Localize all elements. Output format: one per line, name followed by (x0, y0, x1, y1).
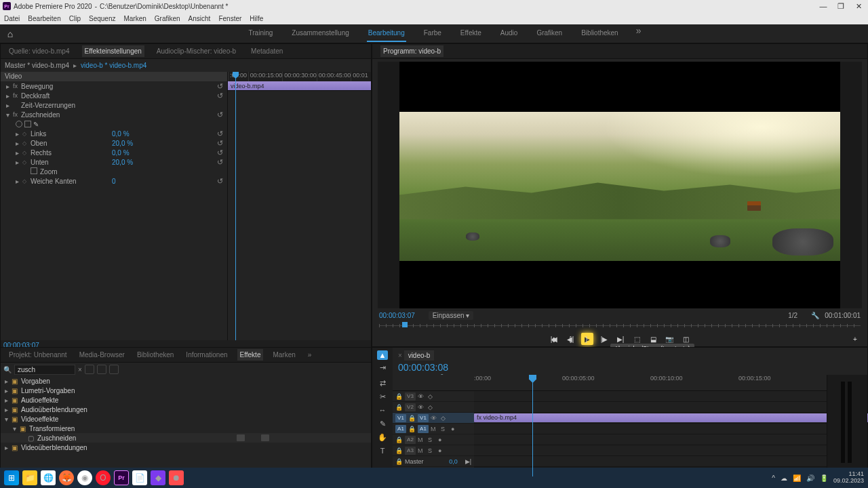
track-target[interactable]: A3 (405, 447, 416, 455)
lock-icon[interactable]: 🔒 (408, 415, 416, 422)
menu-fenster[interactable]: Fenster (218, 15, 241, 22)
menu-clip[interactable]: Clip (69, 15, 81, 22)
lock-icon[interactable]: 🔒 (395, 458, 403, 465)
tab-markers[interactable]: Marken (270, 349, 298, 361)
tab-source[interactable]: Quelle: video-b.mp4 (6, 45, 73, 57)
toggle-output-icon[interactable]: 👁 (418, 404, 426, 411)
value-weiche[interactable]: 0 (112, 178, 116, 185)
twirl-icon[interactable]: ▸ (5, 406, 12, 413)
solo-icon[interactable]: S (428, 436, 436, 443)
clip-link[interactable]: video-b * video-b.mp4 (81, 62, 146, 69)
keyframe-toggle-icon[interactable]: ◇ (22, 150, 31, 156)
fx-icon[interactable]: fx (13, 111, 21, 118)
menu-bearbeiten[interactable]: Bearbeiten (28, 15, 60, 22)
tray-battery-icon[interactable]: 🔋 (820, 474, 828, 482)
tree-item[interactable]: Lumetri-Vorgaben (21, 387, 75, 394)
sequence-tab[interactable]: video-b (404, 350, 435, 361)
extract-icon[interactable]: ⬓ (648, 333, 658, 344)
maximize-button[interactable]: ❐ (837, 2, 845, 11)
tab-effect-controls[interactable]: Effekteinstellungen (82, 45, 144, 57)
tab-info[interactable]: Informationen (183, 349, 230, 361)
go-to-end-icon[interactable]: ▶| (465, 458, 471, 465)
lock-icon[interactable]: 🔒 (395, 404, 403, 411)
effect-bewegung[interactable]: Bewegung (21, 83, 102, 90)
timeline-ruler[interactable]: :00:00 00:00:05:00 00:00:10:00 00:00:15:… (474, 375, 827, 384)
timeline-clip[interactable]: fx video-b.mp4 (474, 413, 868, 422)
close-button[interactable]: ✕ (854, 2, 863, 11)
keyframe-toggle-icon[interactable]: ◇ (22, 131, 31, 137)
value-oben[interactable]: 20,0 % (112, 140, 133, 147)
tray-onedrive-icon[interactable]: ☁ (781, 474, 787, 482)
home-icon[interactable]: ⌂ (0, 24, 20, 43)
fx-icon[interactable]: fx (13, 92, 21, 99)
keyframe-toggle-icon[interactable]: ◇ (22, 140, 31, 146)
minimize-button[interactable]: — (819, 2, 827, 11)
keyframe-toggle-icon[interactable]: ◇ (22, 178, 31, 184)
tab-libraries[interactable]: Bibliotheken (134, 349, 176, 361)
notepad-icon[interactable]: 📄 (132, 470, 147, 485)
twirl-icon[interactable]: ▸ (6, 92, 13, 100)
mark-in-icon[interactable]: { (565, 333, 576, 344)
mark-out-icon[interactable]: } (581, 333, 592, 344)
tab-audio-mixer[interactable]: Audioclip-Mischer: video-b (154, 45, 239, 57)
opera-icon[interactable]: O (96, 470, 111, 485)
tree-item[interactable]: Videoeffekte (21, 415, 58, 423)
tab-metadata[interactable]: Metadaten (248, 45, 285, 57)
track-target[interactable]: A2 (405, 436, 416, 444)
reset-icon[interactable]: ↺ (217, 148, 223, 157)
tree-item-zuschneiden[interactable]: Zuschneiden (37, 434, 76, 442)
reset-icon[interactable]: ↺ (217, 129, 223, 138)
ripple-tool-icon[interactable]: ⇄ (377, 378, 388, 388)
tab-overflow-icon[interactable]: » (305, 349, 315, 361)
recorder-icon[interactable]: ⏺ (169, 470, 184, 485)
tree-item[interactable]: Transformieren (29, 425, 75, 432)
menu-hilfe[interactable]: Hilfe (250, 15, 263, 22)
playback-resolution[interactable]: 1/2 (788, 312, 797, 319)
settings-icon[interactable]: 🔧 (811, 312, 819, 319)
razor-tool-icon[interactable]: ✂ (377, 391, 388, 402)
track-a2[interactable] (474, 434, 827, 445)
tray-chevron-icon[interactable]: ^ (772, 474, 775, 482)
mute-icon[interactable]: M (418, 447, 426, 454)
track-a1[interactable] (474, 424, 827, 434)
chrome-icon[interactable]: ◉ (77, 470, 92, 485)
edge-icon[interactable]: 🌐 (41, 470, 56, 485)
master-level[interactable]: 0,0 (449, 458, 458, 465)
twirl-icon[interactable]: ▸ (5, 444, 12, 451)
clear-search-icon[interactable]: × (78, 366, 82, 373)
track-v3[interactable] (474, 391, 827, 402)
reset-icon[interactable]: ↺ (217, 177, 223, 186)
track-target[interactable]: V2 (405, 403, 416, 411)
effect-zeit[interactable]: Zeit-Verzerrungen (21, 102, 102, 109)
rect-mask-icon[interactable] (24, 121, 31, 127)
solo-icon[interactable]: S (428, 447, 436, 454)
twirl-icon[interactable]: ▸ (16, 178, 22, 185)
firefox-icon[interactable]: 🦊 (59, 470, 74, 485)
sync-lock-icon[interactable]: ◇ (428, 404, 433, 411)
tab-program[interactable]: Programm: video-b (380, 45, 443, 57)
add-marker-icon[interactable]: ◆ (549, 333, 559, 344)
value-unten[interactable]: 20,0 % (112, 159, 133, 166)
track-master[interactable] (474, 456, 827, 467)
tree-item[interactable]: Audioüberblendungen (21, 406, 87, 413)
yuv-badge-icon[interactable] (109, 365, 119, 374)
track-target[interactable]: V3 (405, 392, 416, 401)
twirl-icon[interactable]: ▸ (6, 102, 13, 109)
value-rechts[interactable]: 0,0 % (112, 149, 130, 157)
pen-mask-icon[interactable]: ✎ (33, 121, 40, 127)
zoom-checkbox[interactable] (31, 167, 37, 174)
type-tool-icon[interactable]: T (377, 445, 388, 456)
slip-tool-icon[interactable]: ↔ (377, 405, 388, 415)
zoom-fit-dropdown[interactable]: Einpassen ▾ (429, 311, 473, 320)
mute-icon[interactable]: M (418, 436, 426, 443)
twirl-icon[interactable]: ▾ (6, 111, 13, 119)
twirl-icon[interactable]: ▸ (16, 130, 22, 138)
mute-icon[interactable]: M (431, 426, 439, 432)
menu-grafiken[interactable]: Grafiken (155, 15, 180, 22)
reset-icon[interactable]: ↺ (217, 139, 223, 148)
tab-effects[interactable]: Effekte (237, 349, 264, 361)
taskbar-clock[interactable]: 11:41 09.02.2023 (833, 471, 864, 485)
twirl-icon[interactable]: ▸ (5, 396, 12, 404)
workspace-zusammenstellung[interactable]: Zusammenstellung (290, 25, 350, 42)
premiere-taskbar-icon[interactable]: Pr (114, 470, 129, 485)
